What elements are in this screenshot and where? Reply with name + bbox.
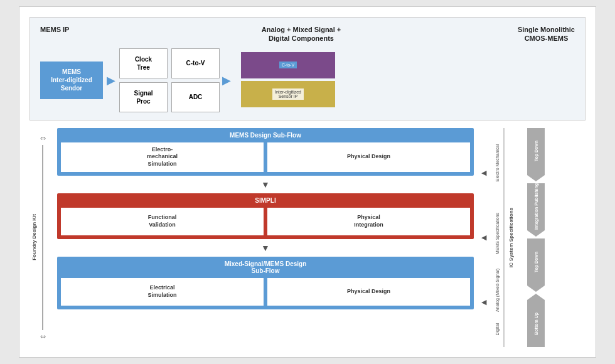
connector-arrow-mems: ◀	[479, 169, 489, 177]
bottom-up-arrow: Bottom Up	[517, 294, 555, 347]
chip-bottom-label: Inter-digitizedSensor IP	[272, 88, 304, 100]
mems-flow-boxes: Electro-mechanicalSimulation Physical De…	[61, 142, 470, 172]
mixed-physical-design-box: Physical Design	[267, 278, 470, 306]
chip-image: C-to-V Inter-digitizedSensor IP	[241, 52, 335, 109]
simpli-subflow: SIMPLI FunctionalValidation PhysicalInte…	[57, 193, 474, 239]
analog-grid: ClockTree C-to-V SignalProc ADC	[119, 48, 220, 112]
mems-design-subflow: MEMS Design Sub-Flow Electro-mechanicalS…	[57, 128, 474, 176]
top-down-label-1: Top Down	[534, 141, 538, 161]
mems-physical-design-box: Physical Design	[267, 142, 470, 172]
top-down-label-2: Top Down	[534, 252, 538, 272]
flow-arrow-2: ▼	[57, 243, 474, 253]
bracket-arrow-bottom: ⇔	[40, 333, 46, 341]
mems-flow-title: MEMS Design Sub-Flow	[61, 132, 470, 139]
electrical-sim-box: ElectricalSimulation	[61, 278, 264, 306]
electro-mech-sim-box: Electro-mechanicalSimulation	[61, 142, 264, 172]
col1-header: MEMS IP	[40, 25, 141, 43]
top-headers: MEMS IP Analog + Mixed Signal +Digital C…	[40, 25, 575, 43]
connector-arrow-simpli: ◀	[479, 233, 489, 242]
arrow-head-up-1	[527, 294, 545, 300]
top-section: MEMS IP Analog + Mixed Signal +Digital C…	[29, 17, 586, 120]
simpli-title: SIMPLI	[61, 197, 470, 204]
top-down-arrow-2: Top Down	[517, 238, 555, 292]
main-container: MEMS IP Analog + Mixed Signal +Digital C…	[19, 6, 596, 358]
arrow-head-down-1	[527, 175, 545, 181]
chip-top: C-to-V	[241, 52, 335, 78]
physical-integration-box: PhysicalIntegration	[267, 208, 470, 235]
foundry-label: Foundry Design Kit	[31, 214, 37, 260]
chip-bottom: Inter-digitizedSensor IP	[241, 81, 335, 107]
flows-container: MEMS Design Sub-Flow Electro-mechanicalS…	[57, 128, 474, 347]
top-content: MEMSInter-digitizedSendor ▶ ClockTree C-…	[40, 48, 575, 112]
col3-header: Single MonolithicCMOS-MEMS	[462, 25, 575, 43]
col2-header: Analog + Mixed Signal +Digital Component…	[141, 25, 462, 43]
integration-arrow: Integration Publishing	[517, 183, 555, 237]
arrow-head-down-3	[527, 286, 545, 292]
clock-tree-cell: ClockTree	[119, 48, 168, 78]
adc-cell: ADC	[171, 82, 220, 112]
signal-proc-cell: SignalProc	[119, 82, 168, 112]
spec-label-digital: Digital	[495, 323, 500, 335]
spec-label-mems: MEMS Specifications	[495, 213, 500, 254]
ic-system-label: IC System Specifications	[508, 208, 514, 267]
functional-validation-box: FunctionalValidation	[61, 208, 264, 235]
simpli-flow-boxes: FunctionalValidation PhysicalIntegration	[61, 208, 470, 235]
top-down-arrow-1: Top Down	[517, 128, 555, 181]
mixed-flow-boxes: ElectricalSimulation Physical Design	[61, 278, 470, 306]
mixed-design-subflow: Mixed-Signal/MEMS DesignSub-Flow Electri…	[57, 257, 474, 309]
chip-top-label: C-to-V	[279, 62, 297, 68]
integration-label: Integration Publishing	[534, 183, 538, 230]
spec-label-analog: Analog (Mixed-Signal)	[495, 269, 500, 312]
bracket-arrow-top: ⇔	[40, 134, 46, 142]
mems-ip-box: MEMSInter-digitizedSendor	[40, 62, 103, 99]
spec-label-electro: Electro Mechanical	[495, 144, 500, 181]
c-to-v-cell: C-to-V	[171, 48, 220, 78]
arrow-head-down-2	[527, 230, 545, 237]
spec-labels-col: Electro Mechanical MEMS Specifications A…	[491, 128, 505, 347]
big-arrows-col: Top Down Integration Publishing Top Down	[517, 128, 555, 347]
arrow-right-1: ▶	[107, 73, 115, 87]
flow-arrow-1: ▼	[57, 179, 474, 190]
ic-system-label-col: IC System Specifications	[506, 128, 515, 347]
mixed-flow-title: Mixed-Signal/MEMS DesignSub-Flow	[61, 260, 470, 274]
bottom-section: Foundry Design Kit ⇔ ⇔ MEMS Design Sub-F…	[29, 128, 586, 347]
bottom-up-label: Bottom Up	[534, 313, 538, 335]
right-panel: ◀ ◀ ◀ Electro Mechanical MEMS Specificat…	[479, 128, 586, 347]
arrow-right-2: ▶	[222, 73, 231, 87]
connector-arrow-mixed: ◀	[479, 298, 489, 306]
